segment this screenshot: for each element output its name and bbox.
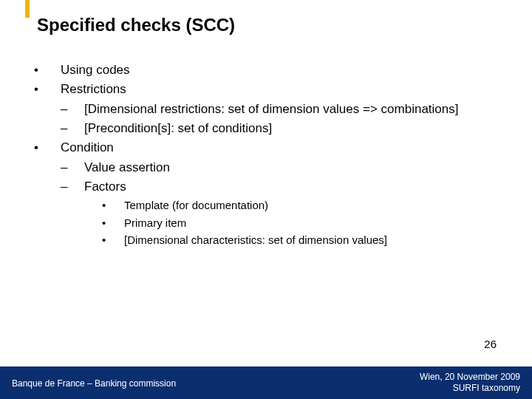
bullet-l2: – [Dimensional restrictions: set of dime… <box>34 100 517 119</box>
bullet-l3: • Primary item <box>34 214 517 231</box>
bullet-text: Value assertion <box>84 158 517 177</box>
footer-right: Wien, 20 November 2009 SURFI taxonomy <box>420 372 520 395</box>
footer-right-line: Wien, 20 November 2009 <box>420 372 520 383</box>
page-number: 26 <box>484 338 497 350</box>
bullet-dash-icon: – <box>61 158 84 177</box>
bullet-l2: – [Precondition[s]: set of conditions] <box>34 119 517 138</box>
bullet-dash-icon: – <box>61 177 84 197</box>
bullet-text: [Dimensional restrictions: set of dimens… <box>84 100 517 119</box>
bullet-l1: • Restrictions <box>34 80 517 99</box>
bullet-l2: – Value assertion <box>34 158 517 177</box>
bullet-dash-icon: – <box>61 119 84 138</box>
bullet-text: Restrictions <box>61 80 517 99</box>
bullet-text: Factors <box>84 177 517 197</box>
bullet-text: Using codes <box>61 61 517 80</box>
bullet-dash-icon: – <box>61 100 84 119</box>
bullet-text: Template (for documentation) <box>124 197 517 214</box>
bullet-text: [Precondition[s]: set of conditions] <box>84 119 517 138</box>
bullet-text: [Dimensional characteristics: set of dim… <box>124 231 517 248</box>
bullet-l1: • Using codes <box>34 61 517 80</box>
slide-body: • Using codes • Restrictions – [Dimensio… <box>34 61 517 248</box>
bullet-text: Condition <box>61 138 517 157</box>
footer-left: Banque de France – Banking commission <box>12 378 176 389</box>
bullet-dot-icon: • <box>34 80 61 99</box>
bullet-l3: • Template (for documentation) <box>34 197 517 214</box>
bullet-dot-icon: • <box>102 231 124 248</box>
slide-title: Specified checks (SCC) <box>37 15 235 35</box>
footer-right-line: SURFI taxonomy <box>420 383 520 395</box>
bullet-text: Primary item <box>124 214 517 231</box>
bullet-l3: • [Dimensional characteristics: set of d… <box>34 231 517 248</box>
bullet-dot-icon: • <box>102 214 124 231</box>
bullet-dot-icon: • <box>34 138 61 157</box>
bullet-l1: • Condition <box>34 138 517 157</box>
bullet-dot-icon: • <box>34 61 61 80</box>
bullet-dot-icon: • <box>102 197 124 214</box>
accent-bar <box>25 0 30 18</box>
bullet-l2: – Factors <box>34 177 517 197</box>
